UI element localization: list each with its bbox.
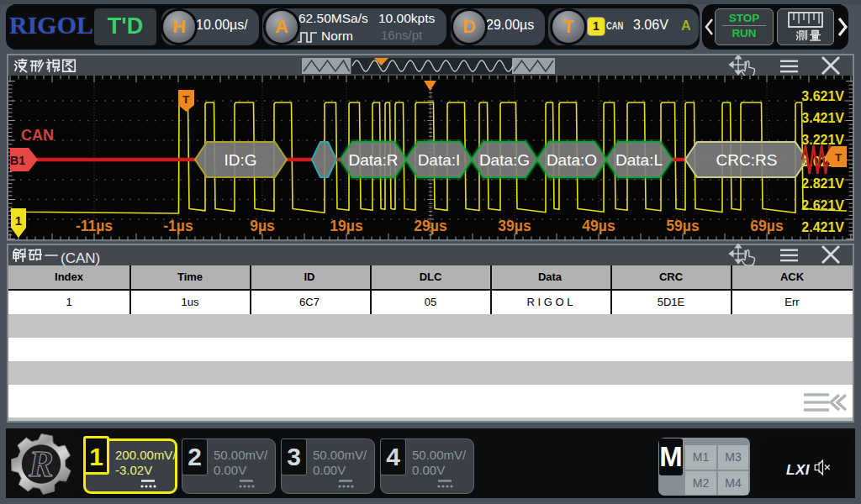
svg-text:CRC:RS: CRC:RS <box>716 151 778 169</box>
svg-text:3.421V: 3.421V <box>801 111 844 125</box>
svg-text:2.421V: 2.421V <box>801 220 844 234</box>
svg-text:2.821V: 2.821V <box>801 176 844 191</box>
svg-text:R: R <box>28 444 53 485</box>
svg-text:3.621V: 3.621V <box>801 89 844 103</box>
svg-text:ID:G: ID:G <box>224 151 256 169</box>
svg-text:19µs: 19µs <box>330 218 363 234</box>
svg-text:Data:O: Data:O <box>547 151 597 169</box>
svg-text:3.221V: 3.221V <box>801 133 844 147</box>
svg-text:59µs: 59µs <box>666 218 700 234</box>
svg-text:Data:L: Data:L <box>615 151 663 169</box>
svg-text:9µs: 9µs <box>250 218 275 234</box>
svg-text:39µs: 39µs <box>498 218 531 234</box>
svg-text:49µs: 49µs <box>582 218 615 234</box>
svg-text:Data:I: Data:I <box>418 151 461 169</box>
svg-text:69µs: 69µs <box>750 218 784 234</box>
svg-text:29µs: 29µs <box>414 218 447 234</box>
svg-text:T: T <box>835 151 843 164</box>
svg-text:2.621V: 2.621V <box>801 198 844 213</box>
svg-text:Data:R: Data:R <box>348 151 398 169</box>
svg-text:Data:G: Data:G <box>479 151 530 169</box>
